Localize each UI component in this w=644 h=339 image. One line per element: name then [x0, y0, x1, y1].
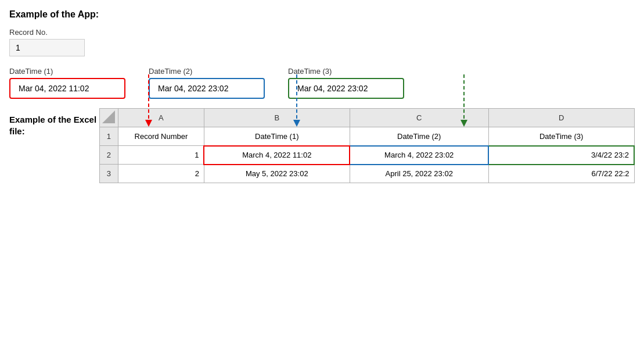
table-row: 3 2 May 5, 2022 23:02 April 25, 2022 23:… [100, 165, 635, 183]
cell-A2: 1 [118, 146, 204, 165]
datetime-label-1: DateTime (1) [9, 67, 125, 76]
app-section: Record No. 1 DateTime (1) Mar 04, 2022 1… [9, 28, 635, 99]
row-num-3: 3 [100, 165, 118, 183]
cell-C3: April 25, 2022 23:02 [350, 165, 488, 183]
middle-section: Example of the Excel file: [9, 108, 635, 183]
cell-D1: DateTime (3) [488, 127, 634, 146]
cell-D2: 3/4/22 23:2 [488, 146, 634, 165]
datetime-label-3: DateTime (3) [288, 67, 404, 76]
datetime-group-1: DateTime (1) Mar 04, 2022 11:02 [9, 67, 125, 99]
cell-A3: 2 [118, 165, 204, 183]
excel-section-label: Example of the Excel file: [9, 114, 99, 137]
corner-cell [100, 109, 118, 127]
excel-wrapper: A B C D 1 Record Number DateTime ( [99, 108, 635, 183]
record-no-label: Record No. [9, 28, 635, 37]
main-container: Example of the App: Record No. 1 DateTim… [9, 9, 635, 183]
cell-C1: DateTime (2) [350, 127, 488, 146]
corner-triangle-icon [102, 110, 115, 123]
col-header-row: A B C D [100, 109, 635, 127]
cell-D3: 6/7/22 22:2 [488, 165, 634, 183]
datetime-group-2: DateTime (2) Mar 04, 2022 23:02 [149, 67, 265, 99]
datetime-row: DateTime (1) Mar 04, 2022 11:02 DateTime… [9, 67, 635, 99]
table-row: 1 Record Number DateTime (1) DateTime (2… [100, 127, 635, 146]
row-num-2: 2 [100, 146, 118, 165]
record-no-value[interactable]: 1 [9, 39, 85, 56]
excel-table: A B C D 1 Record Number DateTime ( [99, 108, 635, 183]
datetime-box-1[interactable]: Mar 04, 2022 11:02 [9, 78, 125, 99]
cell-B3: May 5, 2022 23:02 [204, 165, 350, 183]
table-row: 2 1 March 4, 2022 11:02 March 4, 2022 23… [100, 146, 635, 165]
col-header-B: B [204, 109, 350, 127]
cell-A1: Record Number [118, 127, 204, 146]
cell-B1: DateTime (1) [204, 127, 350, 146]
datetime-box-2[interactable]: Mar 04, 2022 23:02 [149, 78, 265, 99]
cell-B2: March 4, 2022 11:02 [204, 146, 350, 165]
col-header-A: A [118, 109, 204, 127]
row-num-1: 1 [100, 127, 118, 146]
datetime-group-3: DateTime (3) Mar 04, 2022 23:02 [288, 67, 404, 99]
svg-marker-6 [102, 110, 115, 123]
col-header-C: C [350, 109, 488, 127]
datetime-label-2: DateTime (2) [149, 67, 265, 76]
cell-C2: March 4, 2022 23:02 [350, 146, 488, 165]
page-title: Example of the App: [9, 9, 635, 20]
col-header-D: D [488, 109, 634, 127]
datetime-box-3[interactable]: Mar 04, 2022 23:02 [288, 78, 404, 99]
